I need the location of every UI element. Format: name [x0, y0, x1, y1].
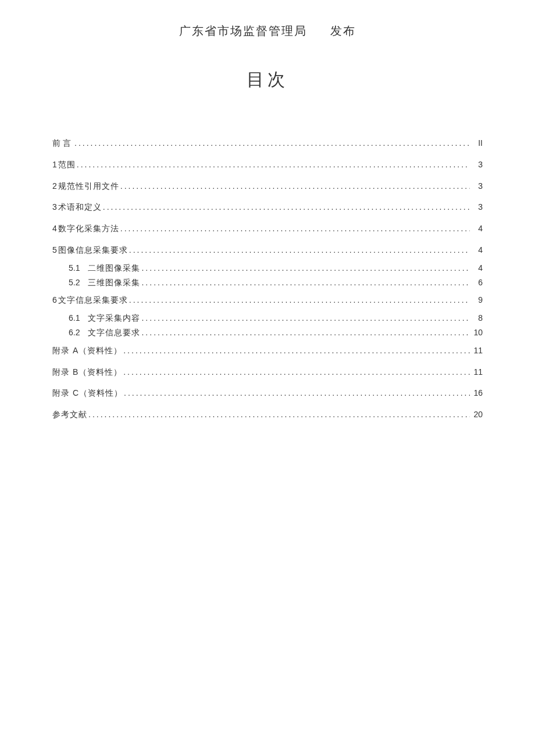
- toc-entry: 参考文献20: [52, 410, 483, 420]
- toc-entry-label: 前言: [52, 138, 73, 148]
- toc-entry-number: 6.2: [69, 328, 80, 338]
- toc-leader-dots: [141, 328, 470, 338]
- toc-entry-label: 参考文献: [52, 410, 87, 420]
- toc-leader-dots: [123, 346, 470, 356]
- toc-entry-label: 附录 C（资料性）: [52, 388, 123, 398]
- toc-leader-dots: [123, 367, 470, 377]
- toc-leader-dots: [124, 388, 470, 398]
- toc-entry-label: 三维图像采集: [88, 278, 140, 288]
- toc-leader-dots: [74, 138, 470, 148]
- toc-entry-page: 20: [471, 410, 483, 420]
- toc-entry: 1范围3: [52, 160, 483, 170]
- toc-entry-number: 3: [52, 202, 57, 212]
- toc-entry-label: 5图像信息采集要求: [52, 245, 128, 255]
- toc-entry-page: 6: [471, 278, 483, 288]
- toc-entry: 3术语和定义3: [52, 202, 483, 212]
- toc-leader-dots: [120, 181, 470, 191]
- toc-entry-number: 6: [52, 295, 57, 304]
- toc-entry-label: 二维图像采集: [88, 263, 140, 273]
- toc-leader-dots: [129, 295, 470, 305]
- toc-entry-page: II: [471, 138, 483, 148]
- toc-entry-page: 10: [471, 328, 483, 338]
- toc-entry-label: 文字采集内容: [88, 313, 140, 323]
- toc-entry: 6.2文字信息要求10: [52, 328, 483, 338]
- publisher-org: 广东省市场监督管理局: [179, 24, 307, 37]
- toc-entry: 6文字信息采集要求9: [52, 295, 483, 305]
- toc-leader-dots: [77, 160, 470, 170]
- toc-leader-dots: [141, 278, 470, 288]
- toc-entry-page: 8: [471, 313, 483, 323]
- toc-entry-label: 4数字化采集方法: [52, 224, 119, 234]
- toc-entry-number: 5: [52, 245, 57, 255]
- toc-entry-label: 6文字信息采集要求: [52, 295, 128, 305]
- toc-entry: 附录 B（资料性）11: [52, 367, 483, 377]
- toc-entry-page: 3: [471, 181, 483, 191]
- toc-entry: 附录 A（资料性）11: [52, 346, 483, 356]
- toc-entry-label: 附录 B（资料性）: [52, 367, 122, 377]
- toc-entry-page: 3: [471, 160, 483, 170]
- toc-entry-page: 11: [471, 367, 483, 377]
- toc-title: 目次: [52, 68, 483, 92]
- toc-entry-label: 3术语和定义: [52, 202, 102, 212]
- toc-entry: 5图像信息采集要求4: [52, 245, 483, 255]
- toc-entry-number: 6.1: [69, 313, 80, 323]
- toc-entry-label: 2规范性引用文件: [52, 181, 119, 191]
- toc-entry-page: 9: [471, 295, 483, 305]
- toc-entry-page: 4: [471, 224, 483, 234]
- toc-entry: 6.1文字采集内容8: [52, 313, 483, 323]
- publisher-line: 广东省市场监督管理局发布: [52, 23, 483, 39]
- toc-entry-label: 1范围: [52, 160, 76, 170]
- toc-entry: 前言II: [52, 138, 483, 148]
- toc-entry-page: 4: [471, 263, 483, 273]
- toc-leader-dots: [141, 263, 470, 273]
- toc-entry-number: 4: [52, 224, 57, 233]
- toc-entry: 4数字化采集方法4: [52, 224, 483, 234]
- toc-leader-dots: [88, 410, 470, 420]
- toc-entry-label: 文字信息要求: [88, 328, 140, 338]
- toc-entry: 5.1二维图像采集4: [52, 263, 483, 273]
- toc-entry-page: 11: [471, 346, 483, 356]
- toc-entry-page: 16: [471, 388, 483, 398]
- toc-entry-number: 5.2: [69, 278, 80, 288]
- toc-entry-number: 2: [52, 181, 57, 191]
- toc-leader-dots: [141, 313, 470, 323]
- toc-entry-page: 4: [471, 245, 483, 255]
- toc-entry-number: 1: [52, 160, 57, 169]
- toc-leader-dots: [129, 245, 470, 255]
- toc-entry: 2规范性引用文件3: [52, 181, 483, 191]
- toc-entry: 附录 C（资料性）16: [52, 388, 483, 398]
- toc-leader-dots: [120, 224, 470, 234]
- publisher-action: 发布: [330, 24, 356, 37]
- toc-entry-label: 附录 A（资料性）: [52, 346, 122, 356]
- toc-list: 前言II1范围32规范性引用文件33术语和定义34数字化采集方法45图像信息采集…: [52, 138, 483, 420]
- toc-entry: 5.2三维图像采集6: [52, 278, 483, 288]
- toc-entry-page: 3: [471, 202, 483, 212]
- toc-leader-dots: [103, 202, 470, 212]
- toc-entry-number: 5.1: [69, 263, 80, 273]
